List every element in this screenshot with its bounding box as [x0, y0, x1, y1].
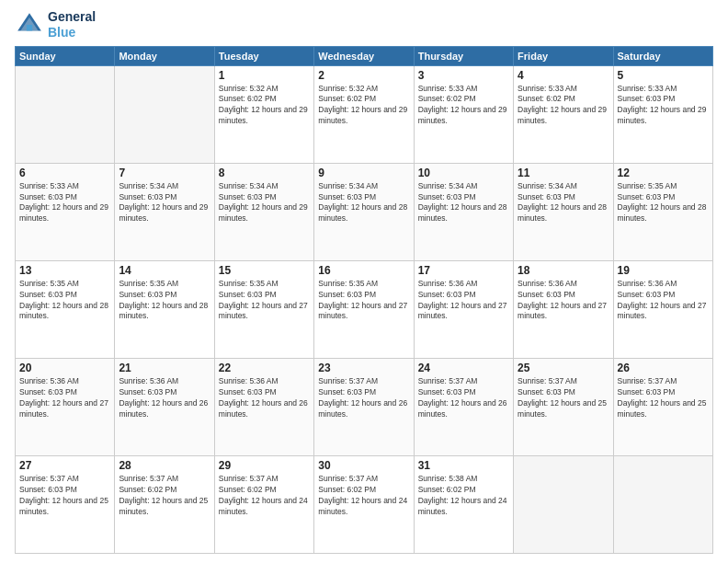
- day-info: Sunrise: 5:34 AM Sunset: 6:03 PM Dayligh…: [518, 181, 609, 225]
- day-number: 17: [418, 264, 509, 277]
- day-number: 6: [19, 167, 110, 179]
- weekday-header-thursday: Thursday: [414, 46, 513, 65]
- day-info: Sunrise: 5:35 AM Sunset: 6:03 PM Dayligh…: [119, 279, 210, 323]
- calendar-cell: 29Sunrise: 5:37 AM Sunset: 6:02 PM Dayli…: [214, 455, 313, 553]
- calendar-cell: 22Sunrise: 5:36 AM Sunset: 6:03 PM Dayli…: [214, 358, 313, 455]
- day-number: 29: [219, 459, 310, 472]
- calendar-week-5: 27Sunrise: 5:37 AM Sunset: 6:03 PM Dayli…: [16, 455, 713, 553]
- calendar-header: SundayMondayTuesdayWednesdayThursdayFrid…: [16, 46, 713, 65]
- day-info: Sunrise: 5:37 AM Sunset: 6:03 PM Dayligh…: [618, 376, 709, 420]
- calendar: SundayMondayTuesdayWednesdayThursdayFrid…: [15, 46, 713, 554]
- day-info: Sunrise: 5:37 AM Sunset: 6:03 PM Dayligh…: [518, 376, 609, 420]
- day-info: Sunrise: 5:36 AM Sunset: 6:03 PM Dayligh…: [219, 376, 310, 420]
- calendar-cell: 16Sunrise: 5:35 AM Sunset: 6:03 PM Dayli…: [314, 260, 414, 358]
- day-info: Sunrise: 5:34 AM Sunset: 6:03 PM Dayligh…: [119, 181, 210, 225]
- day-info: Sunrise: 5:35 AM Sunset: 6:03 PM Dayligh…: [318, 279, 409, 323]
- day-info: Sunrise: 5:36 AM Sunset: 6:03 PM Dayligh…: [19, 376, 110, 420]
- day-number: 9: [318, 167, 409, 179]
- day-number: 1: [219, 69, 310, 82]
- weekday-row: SundayMondayTuesdayWednesdayThursdayFrid…: [16, 46, 713, 65]
- day-number: 7: [119, 167, 210, 179]
- day-info: Sunrise: 5:36 AM Sunset: 6:03 PM Dayligh…: [119, 376, 210, 420]
- calendar-cell: 17Sunrise: 5:36 AM Sunset: 6:03 PM Dayli…: [414, 260, 513, 358]
- day-number: 13: [19, 264, 110, 277]
- day-info: Sunrise: 5:37 AM Sunset: 6:03 PM Dayligh…: [418, 376, 509, 420]
- day-number: 22: [219, 362, 310, 374]
- calendar-cell: 13Sunrise: 5:35 AM Sunset: 6:03 PM Dayli…: [16, 260, 115, 358]
- calendar-week-4: 20Sunrise: 5:36 AM Sunset: 6:03 PM Dayli…: [16, 358, 713, 455]
- day-info: Sunrise: 5:33 AM Sunset: 6:02 PM Dayligh…: [418, 84, 509, 128]
- calendar-cell: [115, 65, 214, 163]
- day-info: Sunrise: 5:37 AM Sunset: 6:03 PM Dayligh…: [318, 376, 409, 420]
- day-info: Sunrise: 5:33 AM Sunset: 6:03 PM Dayligh…: [19, 181, 110, 225]
- day-number: 28: [119, 459, 210, 472]
- day-number: 26: [618, 362, 709, 374]
- day-info: Sunrise: 5:36 AM Sunset: 6:03 PM Dayligh…: [618, 279, 709, 323]
- day-number: 16: [318, 264, 409, 277]
- calendar-cell: 21Sunrise: 5:36 AM Sunset: 6:03 PM Dayli…: [115, 358, 214, 455]
- calendar-cell: 15Sunrise: 5:35 AM Sunset: 6:03 PM Dayli…: [214, 260, 313, 358]
- calendar-cell: 6Sunrise: 5:33 AM Sunset: 6:03 PM Daylig…: [16, 163, 115, 260]
- day-info: Sunrise: 5:35 AM Sunset: 6:03 PM Dayligh…: [618, 181, 709, 225]
- weekday-header-friday: Friday: [514, 46, 613, 65]
- day-number: 10: [418, 167, 509, 179]
- day-number: 21: [119, 362, 210, 374]
- day-number: 11: [518, 167, 609, 179]
- day-number: 15: [219, 264, 310, 277]
- day-info: Sunrise: 5:36 AM Sunset: 6:03 PM Dayligh…: [518, 279, 609, 323]
- logo: General Blue: [15, 9, 96, 40]
- calendar-week-3: 13Sunrise: 5:35 AM Sunset: 6:03 PM Dayli…: [16, 260, 713, 358]
- day-number: 8: [219, 167, 310, 179]
- calendar-cell: 25Sunrise: 5:37 AM Sunset: 6:03 PM Dayli…: [514, 358, 613, 455]
- weekday-header-saturday: Saturday: [613, 46, 712, 65]
- day-number: 23: [318, 362, 409, 374]
- day-info: Sunrise: 5:35 AM Sunset: 6:03 PM Dayligh…: [219, 279, 310, 323]
- day-info: Sunrise: 5:37 AM Sunset: 6:02 PM Dayligh…: [318, 474, 409, 518]
- calendar-cell: 8Sunrise: 5:34 AM Sunset: 6:03 PM Daylig…: [214, 163, 313, 260]
- day-info: Sunrise: 5:34 AM Sunset: 6:03 PM Dayligh…: [219, 181, 310, 225]
- calendar-cell: 23Sunrise: 5:37 AM Sunset: 6:03 PM Dayli…: [314, 358, 414, 455]
- calendar-cell: 2Sunrise: 5:32 AM Sunset: 6:02 PM Daylig…: [314, 65, 414, 163]
- calendar-cell: 26Sunrise: 5:37 AM Sunset: 6:03 PM Dayli…: [613, 358, 712, 455]
- calendar-cell: 11Sunrise: 5:34 AM Sunset: 6:03 PM Dayli…: [514, 163, 613, 260]
- calendar-cell: 20Sunrise: 5:36 AM Sunset: 6:03 PM Dayli…: [16, 358, 115, 455]
- calendar-cell: 12Sunrise: 5:35 AM Sunset: 6:03 PM Dayli…: [613, 163, 712, 260]
- calendar-cell: 10Sunrise: 5:34 AM Sunset: 6:03 PM Dayli…: [414, 163, 513, 260]
- day-number: 30: [318, 459, 409, 472]
- day-info: Sunrise: 5:37 AM Sunset: 6:02 PM Dayligh…: [219, 474, 310, 518]
- day-info: Sunrise: 5:34 AM Sunset: 6:03 PM Dayligh…: [318, 181, 409, 225]
- calendar-cell: 7Sunrise: 5:34 AM Sunset: 6:03 PM Daylig…: [115, 163, 214, 260]
- day-info: Sunrise: 5:32 AM Sunset: 6:02 PM Dayligh…: [318, 84, 409, 128]
- day-number: 14: [119, 264, 210, 277]
- calendar-cell: [16, 65, 115, 163]
- logo-text: General Blue: [48, 9, 96, 40]
- calendar-cell: 28Sunrise: 5:37 AM Sunset: 6:02 PM Dayli…: [115, 455, 214, 553]
- day-number: 31: [418, 459, 509, 472]
- day-number: 24: [418, 362, 509, 374]
- day-number: 5: [618, 69, 709, 82]
- day-number: 19: [618, 264, 709, 277]
- calendar-week-1: 1Sunrise: 5:32 AM Sunset: 6:02 PM Daylig…: [16, 65, 713, 163]
- calendar-cell: 31Sunrise: 5:38 AM Sunset: 6:02 PM Dayli…: [414, 455, 513, 553]
- svg-rect-2: [27, 25, 32, 30]
- day-number: 2: [318, 69, 409, 82]
- day-info: Sunrise: 5:38 AM Sunset: 6:02 PM Dayligh…: [418, 474, 509, 518]
- weekday-header-monday: Monday: [115, 46, 214, 65]
- day-info: Sunrise: 5:36 AM Sunset: 6:03 PM Dayligh…: [418, 279, 509, 323]
- day-number: 12: [618, 167, 709, 179]
- day-number: 3: [418, 69, 509, 82]
- day-info: Sunrise: 5:34 AM Sunset: 6:03 PM Dayligh…: [418, 181, 509, 225]
- weekday-header-sunday: Sunday: [16, 46, 115, 65]
- calendar-cell: 30Sunrise: 5:37 AM Sunset: 6:02 PM Dayli…: [314, 455, 414, 553]
- day-number: 18: [518, 264, 609, 277]
- calendar-cell: [613, 455, 712, 553]
- logo-icon: [15, 10, 44, 40]
- weekday-header-tuesday: Tuesday: [214, 46, 313, 65]
- calendar-cell: 18Sunrise: 5:36 AM Sunset: 6:03 PM Dayli…: [514, 260, 613, 358]
- calendar-week-2: 6Sunrise: 5:33 AM Sunset: 6:03 PM Daylig…: [16, 163, 713, 260]
- calendar-cell: 19Sunrise: 5:36 AM Sunset: 6:03 PM Dayli…: [613, 260, 712, 358]
- calendar-body: 1Sunrise: 5:32 AM Sunset: 6:02 PM Daylig…: [16, 65, 713, 553]
- day-info: Sunrise: 5:33 AM Sunset: 6:02 PM Dayligh…: [518, 84, 609, 128]
- day-number: 4: [518, 69, 609, 82]
- calendar-cell: [514, 455, 613, 553]
